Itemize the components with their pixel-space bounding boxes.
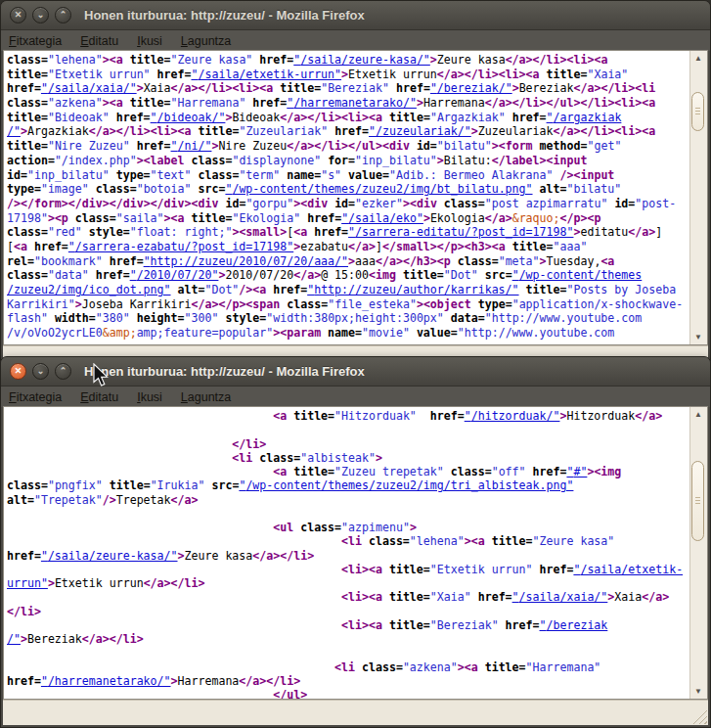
source-token: " <box>437 139 444 153</box>
source-link[interactable]: urrun" <box>7 576 48 590</box>
source-link[interactable]: /ni/" <box>178 139 212 153</box>
source-link[interactable]: " <box>68 240 75 253</box>
close-button[interactable]: ✕ <box>10 7 26 23</box>
scroll-down-icon[interactable]: ▼ <box>690 331 706 343</box>
source-link[interactable]: " <box>41 549 48 563</box>
resize-grip[interactable] <box>692 709 707 724</box>
source-link[interactable]: " <box>171 139 178 153</box>
maximize-button[interactable]: ⌃ <box>55 7 71 23</box>
source-token: href= <box>7 674 41 688</box>
source-token: Zeure kasa <box>437 53 506 67</box>
source-link[interactable]: #" <box>573 465 587 478</box>
source-link[interactable]: /saila/xaia/" <box>519 590 608 604</box>
scrollbar-thumb[interactable] <box>691 92 704 131</box>
source-link[interactable]: /harremanetarako/" <box>293 96 417 110</box>
source-token: </a <box>437 68 458 81</box>
source-link[interactable]: " <box>547 111 554 124</box>
source-token: <form <box>499 139 533 153</box>
source-token: </label <box>492 154 540 167</box>
source-link[interactable]: " <box>512 268 519 282</box>
source-link[interactable]: http://zuzeu/2010/07/20/aaa/" <box>151 254 348 268</box>
source-link[interactable]: /harremanetarako/" <box>48 674 171 688</box>
source-token: " <box>512 297 519 311</box>
source-link[interactable]: /argazkiak <box>554 111 622 124</box>
source-link[interactable]: /sarrera-ezabatu/?post_id=17198" <box>75 240 293 253</box>
source-token: <li <box>614 96 635 110</box>
source-link[interactable]: /saila/zeure-kasa/" <box>300 53 430 67</box>
source-token <box>185 154 192 167</box>
source-line: <li class="azkena"><a title="Harremana" <box>7 660 689 674</box>
source-link[interactable]: /hitzorduak/" <box>471 409 560 423</box>
scroll-down-icon[interactable]: ▼ <box>690 685 706 698</box>
source-link[interactable]: " <box>369 124 376 138</box>
minimize-button[interactable]: ⌄ <box>32 7 49 23</box>
vertical-scrollbar[interactable]: ▲ ▼ <box>689 407 707 699</box>
source-token: Bideoak" <box>55 111 110 124</box>
source-link[interactable]: /saila/eko" <box>348 211 423 225</box>
menu-fitxategia[interactable]: Fitxategia <box>9 390 62 404</box>
close-button[interactable]: ✕ <box>10 363 26 380</box>
minimize-button[interactable]: ⌄ <box>32 363 49 380</box>
source-link[interactable]: " <box>130 268 137 282</box>
source-token <box>185 211 192 225</box>
menu-ikusi[interactable]: Ikusi <box>137 34 162 48</box>
vertical-scrollbar[interactable]: ▲ ▼ <box>689 51 707 344</box>
source-link[interactable]: " <box>430 81 437 95</box>
source-link[interactable]: /" <box>7 632 21 646</box>
source-token: " <box>48 268 55 282</box>
menu-editatu[interactable]: Editatu <box>80 390 118 404</box>
source-link[interactable]: http://zuzeu/author/karrikas/" <box>314 283 518 296</box>
source-link[interactable]: /saila/xaia/" <box>48 81 137 95</box>
source-link[interactable]: /wp-content/themes/zuzeu2/img/tri_albist… <box>245 478 573 492</box>
menu-editatu[interactable]: Editatu <box>80 34 118 48</box>
source-link[interactable]: /saila/etxetik- <box>580 563 683 576</box>
source-link[interactable]: " <box>41 674 48 688</box>
source-link[interactable]: /saila/etxetik-urrun" <box>198 68 341 81</box>
source-token: <li <box>341 534 362 548</box>
source-token: class= <box>259 451 300 465</box>
source-link[interactable]: /saila/zeure-kasa/" <box>48 549 178 563</box>
titlebar[interactable]: ✕ ⌄ ⌃ Honen iturburua: http://zuzeu/ - M… <box>1 357 710 387</box>
source-line: urrun">Etxetik urrun</a></li> <box>7 576 689 590</box>
source-link[interactable]: " <box>151 111 157 124</box>
source-token: href= <box>478 590 512 604</box>
menu-fitxategia[interactable]: Fitxategia <box>9 34 62 48</box>
source-link[interactable]: /zuzeu2/img/ico_dot.png" <box>7 283 171 296</box>
source-token <box>48 311 55 325</box>
source-token: " <box>410 534 417 548</box>
source-token <box>110 111 116 124</box>
source-token: style= <box>225 311 266 325</box>
source-link[interactable]: /zuzeulariak/" <box>376 124 471 138</box>
source-token: </li <box>280 549 307 563</box>
source-token: > <box>376 139 382 153</box>
menu-ikusi[interactable]: Ikusi <box>137 390 162 404</box>
source-link[interactable]: /wp-content/themes/zuzeu2/img/bt_bilatu.… <box>232 182 532 196</box>
maximize-button[interactable]: ⌃ <box>55 363 71 380</box>
source-link[interactable]: " <box>41 81 48 95</box>
scroll-up-icon[interactable]: ▲ <box>690 52 706 65</box>
menu-laguntza[interactable]: Laguntza <box>181 390 231 404</box>
source-link[interactable]: /bideoak/" <box>157 111 226 124</box>
source-link[interactable]: /bereziak/" <box>437 81 512 95</box>
source-link[interactable]: /" <box>7 124 21 138</box>
scrollbar-thumb[interactable] <box>691 461 704 541</box>
source-link[interactable]: /wp-content/themes <box>519 268 643 282</box>
source-link[interactable]: /bereziak <box>547 618 608 632</box>
source-link[interactable]: " <box>465 409 471 423</box>
source-token: href= <box>307 211 341 225</box>
source-token: > <box>137 154 144 167</box>
source-link[interactable]: " <box>512 590 519 604</box>
source-token: <a <box>273 465 287 478</box>
source-token: > <box>512 81 519 95</box>
source-link[interactable]: /sarrera-editatu/?post_id=17198" <box>355 225 573 239</box>
menu-laguntza[interactable]: Laguntza <box>181 34 231 48</box>
titlebar[interactable]: ✕ ⌄ ⌃ Honen iturburua: http://zuzeu/ - M… <box>1 1 710 30</box>
source-link[interactable]: " <box>144 254 151 268</box>
source-token: > <box>417 297 423 311</box>
source-token: red" <box>55 225 82 239</box>
scroll-up-icon[interactable]: ▲ <box>690 408 706 421</box>
source-token: class= <box>198 168 239 182</box>
source-token <box>103 478 110 492</box>
source-link[interactable]: /2010/07/20" <box>137 268 219 282</box>
source-link[interactable]: " <box>540 618 547 632</box>
